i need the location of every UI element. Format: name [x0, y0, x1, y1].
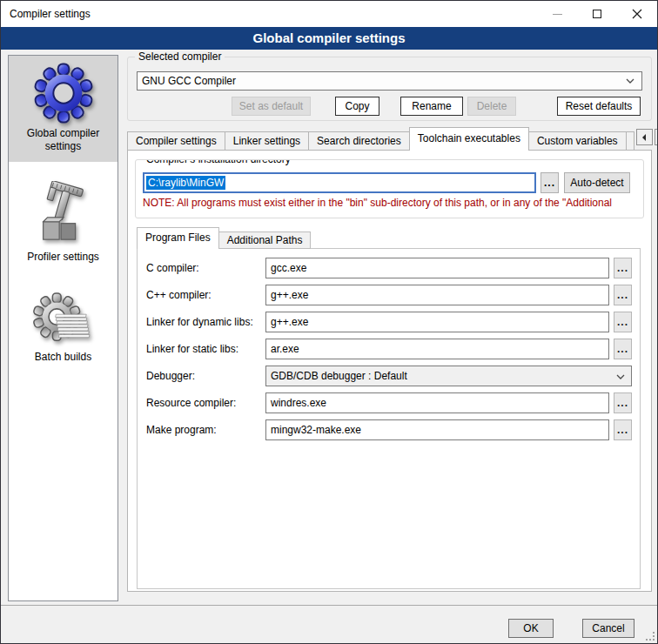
arrow-left-icon: [641, 134, 647, 141]
field-label: Debugger:: [146, 366, 265, 386]
field-row-linker-static: Linker for static libs: ar.exe ...: [146, 339, 632, 359]
field-row-make-program: Make program: mingw32-make.exe ...: [146, 419, 632, 440]
sidebar-item-label: Batch builds: [35, 351, 91, 364]
copy-button[interactable]: Copy: [335, 97, 379, 116]
browse-directory-button[interactable]: ...: [540, 172, 559, 193]
chevron-down-icon: [616, 374, 625, 379]
program-files-panel: C compiler: gcc.exe ... C++ compiler: g+…: [137, 248, 641, 589]
resource-compiler-input[interactable]: windres.exe: [265, 392, 609, 413]
selected-compiler-group: Selected compiler GNU GCC Compiler Set a…: [127, 57, 652, 121]
main-content: Selected compiler GNU GCC Compiler Set a…: [127, 57, 652, 592]
group-label: Compiler's installation directory: [143, 159, 294, 165]
tab-scroll-right-button[interactable]: [655, 129, 658, 145]
sidebar-item-global-compiler-settings[interactable]: Global compiler settings: [9, 56, 118, 162]
delete-button: Delete: [467, 97, 516, 116]
field-label: Make program:: [146, 419, 265, 440]
tab-scroll-buttons: [634, 129, 658, 145]
set-as-default-button: Set as default: [232, 97, 311, 116]
browse-button[interactable]: ...: [614, 339, 632, 359]
page-title: Global compiler settings: [1, 27, 657, 50]
auto-detect-button[interactable]: Auto-detect: [564, 172, 630, 193]
maximize-icon: [593, 10, 601, 18]
field-label: Linker for dynamic libs:: [146, 312, 265, 332]
window-controls: [537, 1, 657, 27]
sidebar-item-batch-builds[interactable]: Batch builds: [9, 285, 118, 372]
cancel-button[interactable]: Cancel: [582, 619, 634, 638]
rename-button[interactable]: Rename: [400, 97, 463, 116]
tab-compiler-settings[interactable]: Compiler settings: [127, 131, 225, 151]
field-label: C++ compiler:: [146, 285, 265, 305]
close-icon: [632, 9, 642, 19]
window-title: Compiler settings: [1, 8, 91, 20]
maximize-button[interactable]: [577, 1, 617, 27]
note-text: NOTE: All programs must exist either in …: [143, 197, 631, 209]
field-label: Linker for static libs:: [146, 339, 265, 359]
minimize-icon: [553, 14, 562, 15]
group-label: Selected compiler: [135, 50, 225, 63]
sidebar-item-label: Global compiler settings: [14, 127, 112, 153]
reset-defaults-button[interactable]: Reset defaults: [557, 97, 641, 116]
browse-button[interactable]: ...: [614, 285, 632, 305]
settings-tabstrip: Compiler settings Linker settings Search…: [127, 127, 652, 151]
tab-scroll-left-button[interactable]: [636, 129, 653, 145]
field-row-linker-dynamic: Linker for dynamic libs: g++.exe ...: [146, 312, 632, 332]
settings-sidebar: Global compiler settings: [8, 55, 118, 601]
dialog-body: Global compiler settings: [1, 50, 657, 644]
close-button[interactable]: [617, 1, 657, 27]
browse-button[interactable]: ...: [614, 392, 632, 413]
footer-separator: [1, 605, 658, 606]
debugger-select[interactable]: GDB/CDB debugger : Default: [265, 366, 632, 386]
titlebar: Compiler settings: [1, 1, 657, 27]
footer-buttons: OK Cancel: [508, 619, 634, 638]
browse-button[interactable]: ...: [614, 419, 632, 440]
tab-program-files[interactable]: Program Files: [137, 227, 219, 249]
field-label: C compiler:: [146, 258, 265, 278]
installation-directory-input[interactable]: C:\raylib\MinGW: [143, 172, 536, 193]
resize-grip[interactable]: [646, 632, 655, 641]
tab-search-directories[interactable]: Search directories: [308, 131, 410, 151]
field-row-debugger: Debugger: GDB/CDB debugger : Default: [146, 366, 632, 386]
browse-button[interactable]: ...: [614, 258, 632, 278]
tab-custom-variables[interactable]: Custom variables: [528, 131, 627, 151]
linker-static-input[interactable]: ar.exe: [265, 339, 609, 359]
installation-directory-group: Compiler's installation directory C:\ray…: [135, 159, 644, 218]
field-label: Resource compiler:: [146, 392, 265, 413]
blue-gear-icon: [33, 63, 94, 124]
chevron-down-icon: [626, 78, 634, 84]
sidebar-item-label: Profiler settings: [27, 251, 99, 264]
program-files-tabstrip: Program Files Additional Paths: [137, 227, 651, 249]
tab-toolchain-executables[interactable]: Toolchain executables: [409, 127, 529, 151]
browse-button[interactable]: ...: [614, 312, 632, 332]
make-program-input[interactable]: mingw32-make.exe: [265, 419, 609, 440]
debugger-select-value: GDB/CDB debugger : Default: [271, 370, 407, 382]
tab-build-options[interactable]: Build options: [626, 131, 634, 151]
field-row-cpp-compiler: C++ compiler: g++.exe ...: [146, 285, 632, 305]
linker-dynamic-input[interactable]: g++.exe: [265, 312, 609, 332]
compiler-settings-dialog: Compiler settings Global compiler settin…: [0, 0, 658, 644]
cpp-compiler-input[interactable]: g++.exe: [265, 285, 609, 305]
sidebar-item-profiler-settings[interactable]: Profiler settings: [9, 174, 118, 272]
compiler-select-value: GNU GCC Compiler: [142, 75, 626, 87]
gray-gear-papers-icon: [33, 292, 94, 347]
toolchain-executables-panel: Compiler's installation directory C:\ray…: [127, 150, 652, 592]
tab-additional-paths[interactable]: Additional Paths: [218, 231, 312, 249]
field-row-resource-compiler: Resource compiler: windres.exe ...: [146, 392, 632, 413]
compiler-select[interactable]: GNU GCC Compiler: [137, 71, 642, 91]
ok-button[interactable]: OK: [508, 619, 554, 638]
minimize-button[interactable]: [537, 1, 577, 27]
field-row-c-compiler: C compiler: gcc.exe ...: [146, 258, 632, 278]
c-compiler-input[interactable]: gcc.exe: [265, 258, 609, 278]
compiler-buttons-row: Set as default Copy Rename Delete Reset …: [137, 97, 642, 116]
caliper-icon: [33, 181, 94, 247]
selected-text: C:\raylib\MinGW: [146, 176, 225, 190]
installation-directory-row: C:\raylib\MinGW ... Auto-detect: [143, 172, 631, 193]
tab-linker-settings[interactable]: Linker settings: [225, 131, 309, 151]
